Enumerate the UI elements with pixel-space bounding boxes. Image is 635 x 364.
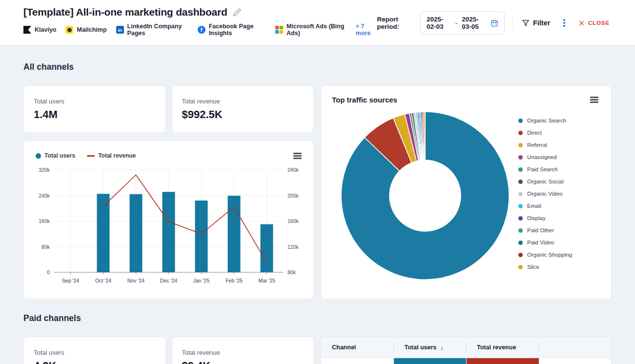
header-divider xyxy=(512,17,512,29)
kpi-card-total-users: Total users4.2K xyxy=(23,337,166,364)
table-header-blank[interactable] xyxy=(539,337,612,358)
sort-descending-icon[interactable]: ↓ xyxy=(440,344,444,351)
dashboard-content: All channels Total users1.4MTotal revenu… xyxy=(0,45,635,364)
close-icon xyxy=(578,20,585,26)
chart-context-menu-button[interactable] xyxy=(588,95,600,105)
integration-label: Klaviyo xyxy=(35,26,56,33)
menu-bar xyxy=(293,155,302,157)
more-options-button[interactable] xyxy=(559,17,569,29)
chart-context-menu-button[interactable] xyxy=(291,151,304,161)
filter-button[interactable]: Filter xyxy=(520,17,552,29)
donut-legend-item-organic-search[interactable]: Organic Search xyxy=(518,115,600,127)
legend-dot-icon xyxy=(518,192,523,196)
funnel-icon xyxy=(522,19,530,27)
legend-dot-icon xyxy=(518,216,523,221)
edit-title-icon[interactable] xyxy=(233,8,241,17)
section-heading-all-channels: All channels xyxy=(23,62,612,72)
column-label: Channel xyxy=(332,344,356,351)
legend-item-total-revenue[interactable]: Total revenue xyxy=(87,152,136,159)
menu-bar xyxy=(293,158,302,159)
legend-dot-icon xyxy=(518,180,523,184)
calendar-icon[interactable] xyxy=(491,19,498,27)
legend-label: Organic Search xyxy=(527,118,566,123)
legend-label: Total users xyxy=(44,152,75,159)
kpi-card-total-users: Total users1.4M xyxy=(23,85,166,133)
integration-mailchimp: Mailchimp xyxy=(65,26,106,34)
section-heading-paid-channels: Paid channels xyxy=(23,313,612,324)
svg-text:Feb '25: Feb '25 xyxy=(225,278,243,283)
paid-channels-kpis: Total users4.2KTotal revenue$9.4K xyxy=(23,337,314,364)
legend-label: Organic Video xyxy=(527,191,563,197)
integration-facebook-page-insights: fFacebook Page Insights xyxy=(198,23,266,37)
all-channels-row: Total users1.4MTotal revenue$992.5K Tota… xyxy=(23,85,612,299)
legend-dot-icon xyxy=(518,119,523,123)
svg-text:Sep '24: Sep '24 xyxy=(62,278,79,283)
table-header-channel[interactable]: Channel xyxy=(321,337,394,358)
kebab-dot xyxy=(563,22,565,24)
legend-dot-icon xyxy=(518,204,523,208)
more-integrations-link[interactable]: + 7 more xyxy=(356,23,377,37)
legend-label: Organic Social xyxy=(527,179,564,184)
legend-label: Total revenue xyxy=(98,152,136,159)
legend-dot-icon xyxy=(518,167,523,172)
donut-legend-item-organic-social[interactable]: Organic Social xyxy=(518,176,600,188)
table-header-row: ChannelTotal users↓Total revenue xyxy=(321,337,611,358)
svg-text:Dec '24: Dec '24 xyxy=(160,278,177,283)
kpi-card-total-revenue: Total revenue$992.5K xyxy=(172,85,314,133)
donut-legend-item-organic-shopping[interactable]: Organic Shopping xyxy=(518,249,600,261)
integration-microsoft-ads-bing-ads: Microsoft Ads (Bing Ads) xyxy=(275,23,346,37)
menu-bar xyxy=(293,153,302,154)
donut-legend-item-paid-other[interactable]: Paid Other xyxy=(518,224,600,237)
legend-dot-icon xyxy=(518,241,523,245)
svg-text:160k: 160k xyxy=(39,218,50,224)
kpi-value: $992.5K xyxy=(182,108,304,121)
legend-label: Referral xyxy=(527,142,547,148)
svg-text:Mar '25: Mar '25 xyxy=(258,278,275,283)
donut-legend-item-direct[interactable]: Direct xyxy=(518,127,600,139)
svg-text:80k: 80k xyxy=(41,243,50,249)
date-start[interactable]: 2025-02-03 xyxy=(427,16,451,30)
date-end[interactable]: 2025-03-05 xyxy=(462,16,486,30)
table-header-total-users[interactable]: Total users↓ xyxy=(394,337,467,358)
close-button[interactable]: CLOSE xyxy=(576,18,612,28)
cell-users-bar[interactable] xyxy=(394,358,467,364)
svg-text:Jan '25: Jan '25 xyxy=(193,278,210,283)
integration-label: Microsoft Ads (Bing Ads) xyxy=(287,23,346,37)
date-range-input[interactable]: 2025-02-03 - 2025-03-05 xyxy=(420,11,505,35)
legend-item-total-users[interactable]: Total users xyxy=(36,152,75,159)
topbar-left: [Template] All-in-one marketing dashboar… xyxy=(23,6,377,37)
msads-icon xyxy=(275,26,283,34)
donut-legend-item-referral[interactable]: Referral xyxy=(518,139,600,151)
integration-klaviyo: Klaviyo xyxy=(23,26,56,34)
donut-legend-item-slice[interactable]: Slice xyxy=(518,261,600,273)
kpi-label: Total revenue xyxy=(182,349,304,356)
all-channels-kpis: Total users1.4MTotal revenue$992.5K xyxy=(23,85,314,133)
legend-label: Organic Shopping xyxy=(527,252,572,258)
svg-text:240k: 240k xyxy=(287,167,299,173)
traffic-sources-donut-chart xyxy=(335,106,515,285)
svg-text:240k: 240k xyxy=(39,192,50,198)
donut-legend-item-display[interactable]: Display xyxy=(518,212,600,224)
combo-chart-legend: Total usersTotal revenue xyxy=(36,152,136,159)
users-revenue-chart-card: Total usersTotal revenue 080k80k120k160k… xyxy=(23,141,314,299)
menu-bar xyxy=(590,101,598,103)
legend-dot-icon xyxy=(518,253,523,257)
topbar-right: Report period: 2025-02-03 - 2025-03-05 F… xyxy=(377,11,612,35)
table-header-total-revenue[interactable]: Total revenue xyxy=(466,337,539,358)
facebook-icon: f xyxy=(198,26,205,34)
klaviyo-icon xyxy=(23,26,31,34)
donut-legend-item-unassigned[interactable]: Unassigned xyxy=(518,151,600,163)
filter-label: Filter xyxy=(533,19,550,27)
legend-label: Display xyxy=(527,215,546,221)
cell-revenue-bar[interactable] xyxy=(466,358,539,364)
date-separator: - xyxy=(455,20,458,27)
donut-legend-item-email[interactable]: Email xyxy=(518,200,600,212)
donut-legend-item-organic-video[interactable]: Organic Video xyxy=(518,188,600,200)
svg-text:160k: 160k xyxy=(287,218,299,224)
donut-legend-item-paid-video[interactable]: Paid Video xyxy=(518,237,600,249)
table-row[interactable] xyxy=(321,358,611,364)
svg-text:200k: 200k xyxy=(287,192,299,198)
cell-channel[interactable] xyxy=(321,358,394,364)
donut-legend-item-paid-search[interactable]: Paid Search xyxy=(518,163,600,176)
legend-label: Direct xyxy=(527,130,542,136)
